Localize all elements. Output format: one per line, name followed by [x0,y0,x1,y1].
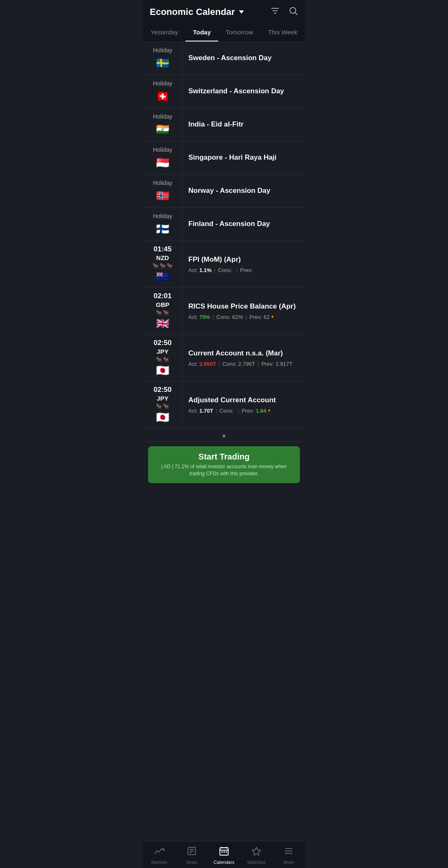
event-time-cell: Holiday 🇸🇬 [143,141,183,174]
table-row[interactable]: 02:01 GBP 🐂 🐂 🇬🇧 RICS House Price Balanc… [143,288,305,335]
nav-news-label: News [186,860,197,865]
prev-value: 62 [264,314,270,320]
act-label: Act: [188,267,197,273]
act-label: Act: [188,408,197,414]
nav-markets[interactable]: Markets [143,845,175,866]
nav-calendars[interactable]: Calendars [208,845,240,866]
title-text: Economic Calendar [150,7,235,17]
table-row[interactable]: Holiday 🇸🇪 Sweden - Ascension Day [143,42,305,75]
flag-singapore: 🇸🇬 [156,156,169,169]
bull-1: 🐂 [153,263,159,269]
event-time-cell: 01:45 NZD 🐂 🐂 🐂 🇳🇿 [143,241,183,287]
table-row[interactable]: 02:50 JPY 🐂 🐂 🇯🇵 Current Account n.s.a. … [143,335,305,382]
nav-markets-label: Markets [151,860,167,865]
diamond-icon: ♦ [271,314,274,320]
act-label: Act: [188,361,197,367]
event-currency: JPY [157,348,168,355]
event-info-cell: Switzerland - Ascension Day [183,75,305,108]
app-header: Economic Calendar [143,0,305,24]
table-row[interactable]: 02:50 JPY 🐂 🐂 🇯🇵 Adjusted Current Accoun… [143,382,305,428]
event-currency: JPY [157,395,168,402]
collapse-row[interactable]: ▲ [143,428,305,442]
table-row[interactable]: Holiday 🇳🇴 Norway - Ascension Day [143,175,305,208]
table-row[interactable]: Holiday 🇫🇮 Finland - Ascension Day [143,208,305,241]
act-value: 1.70T [199,408,213,414]
calendars-icon [219,846,229,858]
act-value: 75% [199,314,210,320]
table-row[interactable]: 01:45 NZD 🐂 🐂 🐂 🇳🇿 FPI (MoM) (Apr) Act: … [143,241,305,288]
filter-icon[interactable] [270,6,280,18]
svg-rect-13 [222,851,223,853]
impact-icons: 🐂 🐂 [156,310,169,316]
cons-label: Cons: [222,361,236,367]
impact-icons: 🐂 🐂 🐂 [153,263,173,269]
table-row[interactable]: Holiday 🇸🇬 Singapore - Hari Raya Haji [143,141,305,175]
svg-rect-15 [226,851,227,853]
act-label: Act: [188,314,197,320]
event-title: RICS House Price Balance (Apr) [188,302,299,311]
impact-icons: 🐂 🐂 [156,357,169,362]
ad-subtitle: | AD | 71.2% of retail investor accounts… [155,463,293,477]
table-row[interactable]: Holiday 🇮🇳 India - Eid al-Fitr [143,108,305,141]
event-time: 02:50 [153,339,171,347]
more-icon [284,846,293,858]
flag-switzerland: 🇨🇭 [156,90,169,103]
flag-sweden: 🇸🇪 [156,57,169,70]
bull-2: 🐂 [160,263,166,269]
svg-marker-16 [252,847,261,855]
tab-this-week[interactable]: This Week [261,24,305,41]
event-time-cell: Holiday 🇫🇮 [143,208,183,241]
event-title: Current Account n.s.a. (Mar) [188,349,299,358]
event-time: 02:50 [153,386,171,394]
event-time-cell: 02:01 GBP 🐂 🐂 🇬🇧 [143,288,183,334]
collapse-arrow-icon[interactable]: ▲ [221,432,227,438]
tab-today[interactable]: Today [185,24,218,41]
flag-nzd: 🇳🇿 [156,270,169,283]
news-icon [187,846,196,858]
event-time-cell: 02:50 JPY 🐂 🐂 🇯🇵 [143,382,183,428]
impact-icons: 🐂 🐂 [156,404,169,409]
prev-label: Prev: [261,361,274,367]
cons-value: 2.796T [238,361,255,367]
prev-label: Prev: [249,314,262,320]
holiday-label: Holiday [153,180,173,186]
event-time-cell: 02:50 JPY 🐂 🐂 🇯🇵 [143,335,183,381]
diamond-icon: ♦ [268,408,270,414]
bull-2: 🐂 [163,310,169,316]
nav-watchlist[interactable]: Watchlist [240,845,273,866]
event-currency: NZD [156,254,169,261]
event-time-cell: Holiday 🇨🇭 [143,75,183,108]
search-icon[interactable] [288,6,298,18]
nav-news[interactable]: News [175,845,208,866]
flag-india: 🇮🇳 [156,123,169,136]
event-title: India - Eid al-Fitr [188,120,299,129]
prev-label: Prev: [240,267,253,273]
event-info-cell: Singapore - Hari Raya Haji [183,141,305,174]
nav-more[interactable]: More [273,845,305,866]
prev-value: 2.917T [275,361,292,367]
nav-more-label: More [283,860,294,865]
tab-yesterday[interactable]: Yesterday [143,24,185,41]
holiday-label: Holiday [153,47,173,53]
tab-bar: Yesterday Today Tomorrow This Week Next [143,24,305,42]
event-time-cell: Holiday 🇸🇪 [143,42,183,75]
markets-icon [154,846,164,858]
holiday-label: Holiday [153,213,173,219]
table-row[interactable]: Holiday 🇨🇭 Switzerland - Ascension Day [143,75,305,108]
ad-banner[interactable]: Start Trading | AD | 71.2% of retail inv… [148,446,300,483]
bull-2: 🐂 [163,357,169,362]
svg-line-4 [295,13,298,15]
event-stats: Act: 1.1% | Cons: | Prev: [188,267,299,273]
event-title: Sweden - Ascension Day [188,53,299,63]
event-info-cell: Sweden - Ascension Day [183,42,305,75]
header-actions [270,6,298,18]
title-dropdown-arrow[interactable] [239,10,244,14]
tab-tomorrow[interactable]: Tomorrow [218,24,261,41]
flag-finland: 🇫🇮 [156,223,169,236]
svg-rect-14 [224,851,225,853]
bull-3: 🐂 [167,263,173,269]
bull-1: 🐂 [156,310,162,316]
event-title: FPI (MoM) (Apr) [188,255,299,264]
cons-label: Cons: [217,314,231,320]
event-stats: Act: 1.70T | Cons: | Prev: 1.84 ♦ [188,408,299,414]
